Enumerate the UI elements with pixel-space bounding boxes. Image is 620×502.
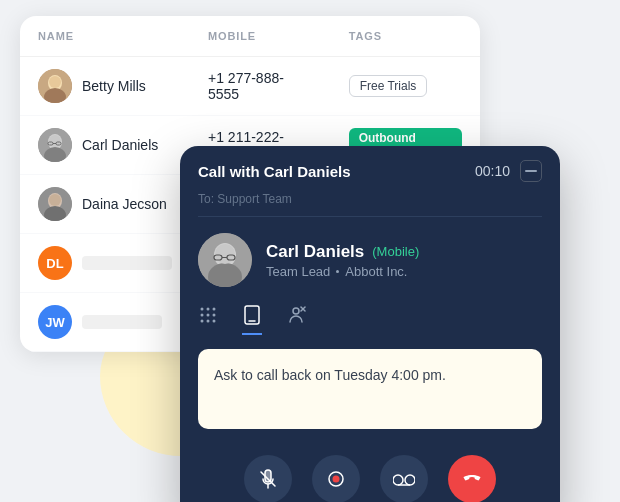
end-call-icon	[461, 468, 483, 490]
call-contact-type: (Mobile)	[372, 244, 419, 259]
avatar-face-svg	[38, 128, 72, 162]
svg-point-29	[201, 320, 204, 323]
call-contact-avatar	[198, 233, 252, 287]
record-button[interactable]	[312, 455, 360, 502]
avatar: JW	[38, 305, 72, 339]
call-contact-role: Team Lead	[266, 264, 330, 279]
avatar-initials: JW	[45, 315, 65, 330]
name-cell: Betty Mills	[38, 69, 172, 103]
name-placeholder	[82, 256, 172, 270]
call-actions	[180, 443, 560, 502]
tab-keypad[interactable]	[198, 305, 218, 335]
call-contact-company: Abbott Inc.	[345, 264, 407, 279]
minimize-icon	[525, 170, 537, 172]
name-cell: DL	[38, 246, 172, 280]
mute-icon	[258, 469, 278, 489]
svg-point-24	[207, 308, 210, 311]
avatar	[38, 69, 72, 103]
keypad-icon	[198, 305, 218, 325]
svg-point-40	[333, 476, 340, 483]
call-contact-sub: Team Lead Abbott Inc.	[266, 264, 419, 279]
call-title: Call with Carl Daniels	[198, 163, 351, 180]
svg-point-31	[213, 320, 216, 323]
svg-point-27	[207, 314, 210, 317]
call-note-text: Ask to call back on Tuesday 4:00 pm.	[214, 367, 446, 383]
scene: NAME MOBILE TAGS	[20, 16, 600, 486]
avatar	[38, 187, 72, 221]
call-contact-name-row: Carl Daniels (Mobile)	[266, 242, 419, 262]
record-icon	[326, 469, 346, 489]
call-contact-info: Carl Daniels (Mobile) Team Lead Abbott I…	[266, 242, 419, 279]
svg-point-26	[201, 314, 204, 317]
phone-icon	[242, 305, 262, 325]
contact-tag: Free Trials	[331, 57, 480, 116]
contact-mobile: +1 277-888-5555	[190, 57, 331, 116]
avatar-initials: DL	[46, 256, 63, 271]
col-name: NAME	[20, 16, 190, 57]
avatar: DL	[38, 246, 72, 280]
avatar-face-svg	[38, 187, 72, 221]
call-contact-name: Carl Daniels	[266, 242, 364, 262]
svg-point-41	[393, 475, 403, 485]
call-meta: 00:10	[475, 160, 542, 182]
svg-point-42	[405, 475, 415, 485]
call-header: Call with Carl Daniels 00:10	[180, 146, 560, 192]
name-placeholder	[82, 315, 162, 329]
name-cell: Daina Jecson	[38, 187, 172, 221]
transfer-icon	[286, 305, 306, 325]
svg-point-3	[49, 76, 61, 88]
call-avatar-face-svg	[198, 233, 252, 287]
svg-point-28	[213, 314, 216, 317]
svg-point-34	[293, 308, 299, 314]
tab-transfer[interactable]	[286, 305, 306, 335]
call-timer: 00:10	[475, 163, 510, 179]
contact-name: Carl Daniels	[82, 137, 158, 153]
call-contact-section: Carl Daniels (Mobile) Team Lead Abbott I…	[180, 217, 560, 297]
svg-rect-15	[525, 170, 537, 172]
end-call-button[interactable]	[448, 455, 496, 502]
contact-name: Betty Mills	[82, 78, 146, 94]
avatar	[38, 128, 72, 162]
svg-point-14	[49, 194, 61, 206]
table-row[interactable]: Betty Mills +1 277-888-5555 Free Trials	[20, 57, 480, 116]
separator-dot	[336, 270, 339, 273]
col-mobile: MOBILE	[190, 16, 331, 57]
svg-point-19	[215, 244, 235, 264]
tab-phone[interactable]	[242, 305, 262, 335]
voicemail-icon	[393, 471, 415, 487]
tag-badge: Free Trials	[349, 75, 428, 97]
col-tags: TAGS	[331, 16, 480, 57]
call-tabs	[180, 297, 560, 335]
name-cell: Carl Daniels	[38, 128, 172, 162]
call-to-label: To: Support Team	[180, 192, 560, 216]
svg-point-30	[207, 320, 210, 323]
call-note-area[interactable]: Ask to call back on Tuesday 4:00 pm.	[198, 349, 542, 429]
avatar-face-svg	[38, 69, 72, 103]
call-modal: Call with Carl Daniels 00:10 To: Support…	[180, 146, 560, 502]
contact-name: Daina Jecson	[82, 196, 167, 212]
name-cell: JW	[38, 305, 172, 339]
svg-point-25	[213, 308, 216, 311]
svg-point-23	[201, 308, 204, 311]
voicemail-button[interactable]	[380, 455, 428, 502]
mute-button[interactable]	[244, 455, 292, 502]
minimize-button[interactable]	[520, 160, 542, 182]
